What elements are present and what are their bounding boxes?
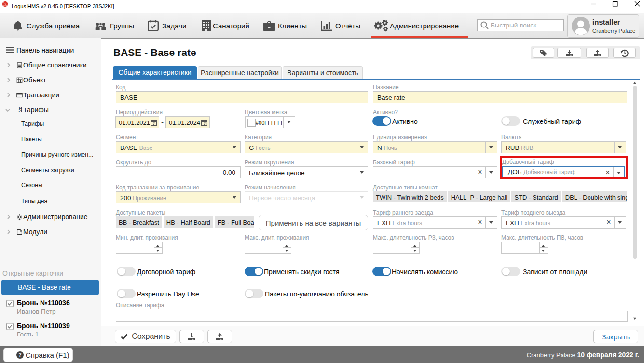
svg-text:?: ? — [18, 352, 22, 358]
